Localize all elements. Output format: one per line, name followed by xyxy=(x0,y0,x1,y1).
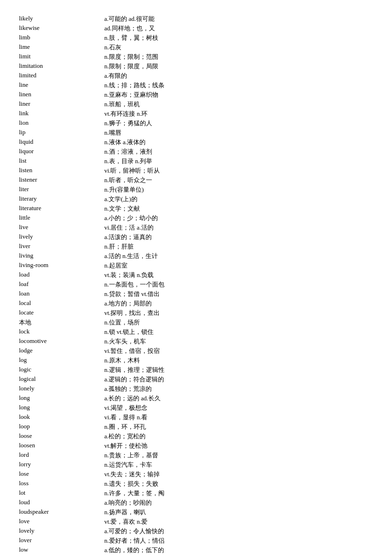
entry-definition: n.逻辑，推理；逻辑性 xyxy=(104,365,373,375)
table-row: longa.长的；远的 ad.长久 xyxy=(19,394,373,403)
table-row: loosenvt.解开；使松弛 xyxy=(19,441,373,451)
entry-definition: n.肢，臂，翼；树枝 xyxy=(104,33,373,43)
entry-word: liner xyxy=(19,100,104,109)
entry-definition: a.松的；宽松的 xyxy=(104,432,373,441)
table-row: logicala.逻辑的；符合逻辑的 xyxy=(19,375,373,384)
entry-word: limit xyxy=(19,52,104,62)
entry-definition: a.响亮的；吵闹的 xyxy=(104,498,373,508)
table-row: literarya.文学(上)的 xyxy=(19,194,373,204)
entry-word: listener xyxy=(19,176,104,185)
table-row: limitationn.限制；限度，局限 xyxy=(19,62,373,71)
entry-definition: n.听者，听众之一 xyxy=(104,176,373,185)
entry-word: literary xyxy=(19,194,104,204)
table-row: linkvt.有环连接 n.环 xyxy=(19,109,373,119)
entry-definition: n.限制；限度，局限 xyxy=(104,62,373,71)
entry-word: lord xyxy=(19,451,104,460)
table-row: lodgevi.暂住，借宿，投宿 xyxy=(19,346,373,356)
table-row: litern.升(容量单位) xyxy=(19,185,373,194)
entry-word: lorry xyxy=(19,460,104,470)
table-row: loadvt.装；装满 n.负载 xyxy=(19,270,373,280)
entry-definition: a.逻辑的；符合逻辑的 xyxy=(104,375,373,384)
entry-word: locate xyxy=(19,308,104,318)
entry-definition: n.石灰 xyxy=(104,43,373,52)
entry-word: lodge xyxy=(19,346,104,356)
table-row: liquorn.酒；溶液，液剂 xyxy=(19,147,373,157)
entry-definition: a.孤独的；荒凉的 xyxy=(104,384,373,394)
entry-definition: n.运货汽车，卡车 xyxy=(104,460,373,470)
table-row: limen.石灰 xyxy=(19,43,373,52)
table-row: living-roomn.起居室 xyxy=(19,261,373,270)
table-row: lorryn.运货汽车，卡车 xyxy=(19,460,373,470)
table-row: livelya.活泼的；逼真的 xyxy=(19,232,373,242)
entry-definition: a.可能的 ad.很可能 xyxy=(104,14,373,24)
table-row: locala.地方的；局部的 xyxy=(19,299,373,308)
entry-definition: a.有限的 xyxy=(104,71,373,81)
entry-definition: n.亚麻布；亚麻织物 xyxy=(104,90,373,100)
table-row: lordn.贵族；上帝，基督 xyxy=(19,451,373,460)
entry-definition: n.嘴唇 xyxy=(104,128,373,138)
entry-definition: vt.失去；迷失；输掉 xyxy=(104,470,373,479)
table-row: limbn.肢，臂，翼；树枝 xyxy=(19,33,373,43)
entry-word: logical xyxy=(19,375,104,384)
entry-definition: n.酒；溶液，液剂 xyxy=(104,147,373,157)
entry-word: limited xyxy=(19,71,104,81)
table-row: longvi.渴望，极想念 xyxy=(19,403,373,413)
entry-definition: n.位置，场所 xyxy=(104,318,373,327)
entry-word: living-room xyxy=(19,261,104,270)
entry-definition: n.表，目录 n.列举 xyxy=(104,157,373,166)
entry-word: lion xyxy=(19,119,104,128)
entry-definition: a.地方的；局部的 xyxy=(104,299,373,308)
entry-word: listen xyxy=(19,166,104,176)
table-row: linenn.亚麻布；亚麻织物 xyxy=(19,90,373,100)
table-row: loopn.圈，环，环孔 xyxy=(19,422,373,432)
table-row: linern.班船，班机 xyxy=(19,100,373,109)
entry-word: liter xyxy=(19,185,104,194)
entry-word: liver xyxy=(19,242,104,251)
table-row: lipn.嘴唇 xyxy=(19,128,373,138)
entry-word: literature xyxy=(19,204,104,213)
entry-definition: vt.爱，喜欢 n.爱 xyxy=(104,517,373,527)
table-row: lookvi.看，显得 n.看 xyxy=(19,413,373,422)
entry-definition: vi.看，显得 n.看 xyxy=(104,413,373,422)
table-row: likewisead.同样地；也，又 xyxy=(19,24,373,33)
table-row: loann.贷款；暂借 vt.借出 xyxy=(19,289,373,299)
entry-word: lonely xyxy=(19,384,104,394)
entry-word: limb xyxy=(19,33,104,43)
entry-word: likewise xyxy=(19,24,104,33)
table-row: literaturen.文学；文献 xyxy=(19,204,373,213)
entry-definition: n.一条面包，一个面包 xyxy=(104,280,373,289)
entry-definition: vi.暂住，借宿，投宿 xyxy=(104,346,373,356)
entry-definition: a.长的；远的 ad.长久 xyxy=(104,394,373,403)
table-row: lionn.狮子；勇猛的人 xyxy=(19,119,373,128)
entry-word: lively xyxy=(19,232,104,242)
entry-word: living xyxy=(19,251,104,261)
entry-definition: n.线；排；路线；线条 xyxy=(104,81,373,90)
entry-word: lime xyxy=(19,43,104,52)
entry-word: long xyxy=(19,403,104,413)
entry-definition: vt.探明，找出，查出 xyxy=(104,308,373,318)
table-row: livern.肝；肝脏 xyxy=(19,242,373,251)
entry-definition: n.液体 a.液体的 xyxy=(104,138,373,147)
entry-word: link xyxy=(19,109,104,119)
table-row: lowa.低的，矮的；低下的 xyxy=(19,546,373,555)
table-row: limitn.限度；限制；范围 xyxy=(19,52,373,62)
entry-definition: n.贵族；上帝，基督 xyxy=(104,451,373,460)
entry-definition: vi.听，留神听；听从 xyxy=(104,166,373,176)
table-row: loosea.松的；宽松的 xyxy=(19,432,373,441)
entry-definition: n.肝；肝脏 xyxy=(104,242,373,251)
entry-definition: n.狮子；勇猛的人 xyxy=(104,119,373,128)
entry-definition: n.贷款；暂借 vt.借出 xyxy=(104,289,373,299)
entry-word: limitation xyxy=(19,62,104,71)
dictionary-list: likelya.可能的 ad.很可能likewisead.同样地；也，又limb… xyxy=(19,14,373,555)
entry-definition: a.小的；少；幼小的 xyxy=(104,213,373,223)
entry-word: load xyxy=(19,270,104,280)
entry-word: loss xyxy=(19,479,104,489)
entry-definition: n.限度；限制；范围 xyxy=(104,52,373,62)
table-row: livevi.居住；活 a.活的 xyxy=(19,223,373,232)
table-row: logicn.逻辑，推理；逻辑性 xyxy=(19,365,373,375)
entry-word: lip xyxy=(19,128,104,138)
table-row: lossn.遗失；损失；失败 xyxy=(19,479,373,489)
entry-definition: vt.解开；使松弛 xyxy=(104,441,373,451)
entry-word: liquor xyxy=(19,147,104,157)
entry-word: little xyxy=(19,213,104,223)
